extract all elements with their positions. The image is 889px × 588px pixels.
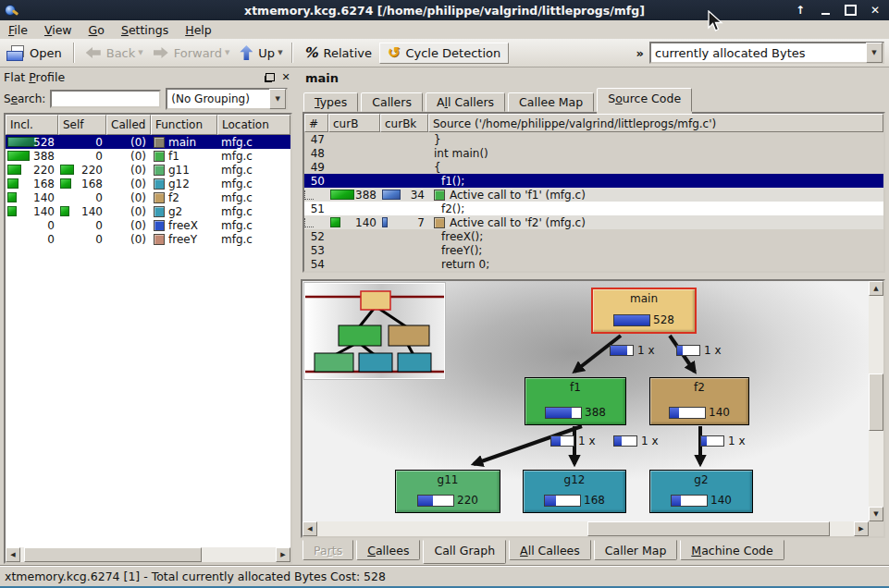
- column-header-function[interactable]: Function: [151, 115, 217, 135]
- source-line-51[interactable]: 51f2();: [304, 202, 883, 215]
- tab-parts[interactable]: Parts: [303, 540, 353, 560]
- graph-node-f1[interactable]: f1388: [525, 377, 626, 425]
- menu-view[interactable]: View: [36, 21, 80, 39]
- source-line-54[interactable]: 54return 0;: [304, 257, 883, 271]
- back-dropdown-icon[interactable]: ▼: [138, 49, 142, 56]
- up-dropdown-icon[interactable]: ▼: [278, 49, 282, 56]
- menu-go[interactable]: Go: [80, 21, 113, 39]
- scroll-right-icon[interactable]: ▶: [276, 547, 290, 562]
- tab-callee-map[interactable]: Callee Map: [508, 92, 594, 112]
- close-button[interactable]: ✕: [869, 4, 882, 17]
- forward-button[interactable]: Forward: [148, 43, 228, 63]
- graph-vscrollbar[interactable]: ▲ ▼: [869, 281, 883, 521]
- cycle-detection-toggle-button[interactable]: ↺ Cycle Detection: [379, 43, 509, 64]
- flat-profile-row-f2[interactable]: 1400(0)f2mfg.c: [6, 190, 290, 204]
- graph-node-g11[interactable]: g11220: [395, 470, 500, 513]
- forward-dropdown-icon[interactable]: ▼: [225, 49, 229, 56]
- flat-profile-row-freeY[interactable]: 00(0)freeYmfg.c: [6, 232, 290, 246]
- scrollbar-thumb[interactable]: [869, 374, 883, 431]
- graph-edge-label-f1-g12[interactable]: 1 x: [613, 435, 659, 447]
- graph-node-g2[interactable]: g2140: [649, 470, 753, 513]
- graph-node-g12[interactable]: g12168: [523, 470, 626, 513]
- column-header-location[interactable]: Location: [217, 115, 290, 135]
- search-input[interactable]: [50, 90, 161, 108]
- graph-node-f2[interactable]: f2140: [649, 377, 749, 425]
- event-type-combo[interactable]: currently allocated Bytes ▼: [649, 42, 884, 64]
- close-panel-icon[interactable]: ✕: [279, 70, 292, 83]
- maximize-button[interactable]: [844, 4, 857, 17]
- column-header-called[interactable]: Called: [106, 115, 151, 135]
- graph-edge-label-f2-g2[interactable]: 1 x: [700, 435, 746, 447]
- chevron-down-icon[interactable]: ▼: [866, 43, 883, 63]
- function-color-icon: [154, 220, 165, 231]
- chevron-down-icon[interactable]: ▼: [269, 89, 286, 109]
- column-header-incl[interactable]: Incl.: [6, 115, 58, 135]
- tab-call-graph[interactable]: Call Graph: [423, 540, 506, 564]
- scroll-up-icon[interactable]: ▲: [869, 281, 883, 296]
- search-label: Search:: [4, 92, 45, 105]
- tab-callers[interactable]: Callers: [361, 92, 423, 112]
- column-header-self[interactable]: Self: [58, 115, 106, 135]
- graph-edge-label-main-f2[interactable]: 1 x: [676, 344, 722, 357]
- tab-types[interactable]: Types: [303, 92, 358, 112]
- source-column-header-0[interactable]: #: [304, 114, 328, 132]
- title-bar[interactable]: xtmemory.kcg.6274 [/home/philippe/valgri…: [0, 0, 889, 20]
- flat-profile-row-main[interactable]: 5280(0)mainmfg.c: [6, 135, 290, 149]
- menu-help[interactable]: Help: [177, 21, 220, 39]
- source-line-50[interactable]: 50f1();: [304, 174, 883, 188]
- open-button[interactable]: Open: [1, 43, 68, 63]
- source-line-47[interactable]: 47}: [304, 132, 883, 146]
- source-call-row[interactable]: 1407Active call to 'f2' (mfg.c): [304, 215, 883, 229]
- tab-source-code[interactable]: Source Code: [597, 88, 692, 112]
- flat-profile-row-freeX[interactable]: 00(0)freeXmfg.c: [6, 218, 290, 232]
- tab-caller-map[interactable]: Caller Map: [594, 540, 678, 560]
- curbk-cost-bar: [382, 217, 388, 227]
- minimize-button[interactable]: [819, 4, 832, 17]
- flat-profile-row-f1[interactable]: 3880(0)f1mfg.c: [6, 149, 290, 163]
- incl-cost-bar: [7, 165, 21, 175]
- source-call-row[interactable]: 38834Active call to 'f1' (mfg.c): [304, 188, 883, 202]
- scroll-right-icon[interactable]: ▶: [854, 521, 869, 536]
- relative-label: Relative: [324, 46, 372, 60]
- tab-all-callers[interactable]: All Callers: [426, 92, 505, 112]
- source-column-header-2[interactable]: curBk: [380, 114, 428, 132]
- scroll-left-icon[interactable]: ◀: [303, 521, 317, 536]
- source-line-52[interactable]: 52freeX();: [304, 229, 883, 243]
- tab-all-callees[interactable]: All Callees: [509, 540, 591, 560]
- flat-profile-row-g12[interactable]: 168168(0)g12mfg.c: [6, 177, 290, 190]
- flat-profile-row-g2[interactable]: 140140(0)g2mfg.c: [6, 204, 290, 218]
- graph-hscrollbar[interactable]: ◀ ▶: [303, 521, 869, 536]
- toolbar-overflow-chevron[interactable]: »: [636, 46, 644, 60]
- source-column-header-3[interactable]: Source ('/home/philippe/valgrind/littlep…: [428, 114, 883, 132]
- graph-node-main[interactable]: main528: [591, 288, 697, 334]
- menu-settings[interactable]: Settings: [113, 21, 177, 39]
- node-cost-bar: [669, 407, 706, 419]
- source-line-49[interactable]: 49{: [304, 160, 883, 174]
- source-line-53[interactable]: 53freeY();: [304, 243, 883, 257]
- source-line-48[interactable]: 48int main(): [304, 146, 883, 160]
- shade-button[interactable]: ↑: [794, 4, 807, 17]
- relative-toggle-button[interactable]: % Relative: [299, 42, 377, 64]
- graph-edge-label-f1-g11[interactable]: 1 x: [550, 435, 596, 447]
- call-graph-view[interactable]: main528f1388f2140g11220g12168g21401 x1 x…: [301, 279, 885, 538]
- menu-file[interactable]: File: [0, 21, 36, 39]
- panel-splitter[interactable]: [292, 68, 301, 564]
- graph-overview-thumbnail[interactable]: [304, 283, 445, 379]
- scroll-down-icon[interactable]: ▼: [869, 507, 883, 521]
- tab-machine-code[interactable]: Machine Code: [680, 540, 784, 560]
- scrollbar-thumb[interactable]: [587, 521, 830, 536]
- tree-branch-icon: [304, 218, 314, 227]
- flat-profile-row-g11[interactable]: 220220(0)g11mfg.c: [6, 163, 290, 177]
- flat-profile-hscrollbar[interactable]: ◀ ▶: [6, 547, 290, 562]
- node-cost-value: 528: [653, 313, 674, 326]
- float-panel-icon[interactable]: [263, 70, 276, 83]
- scrollbar-thumb[interactable]: [24, 547, 202, 562]
- grouping-combo[interactable]: (No Grouping) ▼: [166, 88, 288, 110]
- up-button[interactable]: Up: [234, 43, 280, 63]
- graph-edge-label-main-f1[interactable]: 1 x: [610, 344, 655, 357]
- tab-callees[interactable]: Callees: [356, 540, 420, 560]
- self-cost-bar: [60, 178, 71, 189]
- scroll-left-icon[interactable]: ◀: [6, 547, 20, 562]
- back-button[interactable]: Back: [80, 43, 142, 63]
- source-column-header-1[interactable]: curB: [328, 114, 380, 132]
